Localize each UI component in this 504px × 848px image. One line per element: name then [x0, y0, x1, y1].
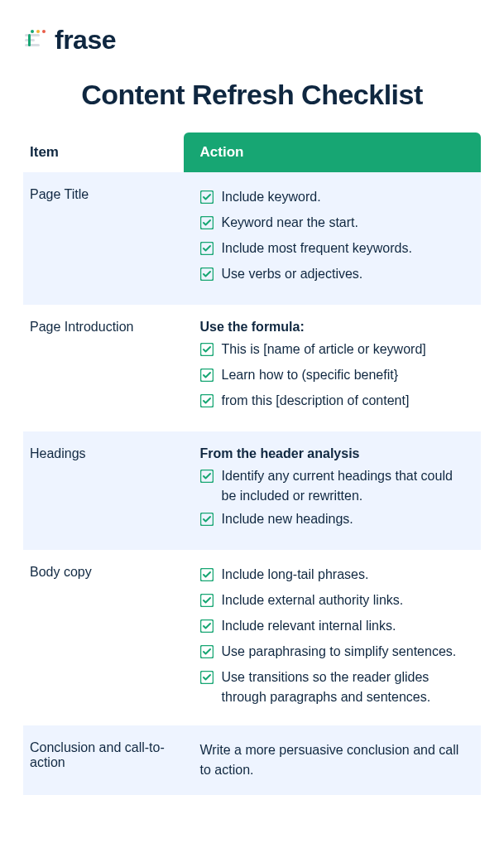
item-cell: Page Introduction	[23, 305, 184, 431]
check-item: Include keyword.	[200, 187, 464, 210]
check-text: Include most frequent keywords.	[222, 238, 412, 258]
check-icon	[200, 590, 214, 613]
svg-rect-0	[25, 34, 40, 36]
svg-point-3	[31, 30, 34, 33]
check-icon	[200, 642, 214, 664]
check-item: Include external authority links.	[200, 590, 464, 613]
check-list: Include keyword.Keyword near the start.I…	[200, 187, 464, 287]
plain-action-text: Write a more persuasive conclusion and c…	[200, 740, 464, 780]
check-text: Identify any current headings that could…	[222, 466, 464, 506]
svg-point-4	[36, 30, 40, 33]
header-action: Action	[184, 132, 481, 172]
check-icon	[200, 238, 214, 261]
action-cell: From the header analysisIdentify any cur…	[184, 431, 481, 550]
check-icon	[200, 365, 214, 388]
check-list: Include long-tail phrases.Include extern…	[200, 565, 464, 707]
item-cell: Body copy	[23, 550, 184, 725]
action-cell: Include keyword.Keyword near the start.I…	[184, 172, 481, 305]
check-icon	[200, 667, 214, 690]
check-text: Include relevant internal links.	[222, 616, 396, 636]
check-icon	[200, 391, 214, 413]
check-text: Include keyword.	[222, 187, 321, 207]
check-text: Use verbs or adjectives.	[222, 264, 363, 284]
table-row: Page IntroductionUse the formula:This is…	[23, 305, 481, 431]
check-item: Identify any current headings that could…	[200, 466, 464, 506]
table-row: Conclusion and call-to-actionWrite a mor…	[23, 725, 481, 795]
check-icon	[200, 466, 214, 489]
checklist-table: Item Action Page TitleInclude keyword.Ke…	[23, 132, 481, 795]
header-item: Item	[23, 132, 184, 172]
table-row: Page TitleInclude keyword.Keyword near t…	[23, 172, 481, 305]
brand-name: frase	[55, 25, 116, 55]
check-item: Use paraphrasing to simplify sentences.	[200, 642, 464, 664]
check-text: Include external authority links.	[222, 590, 404, 610]
check-text: Use paraphrasing to simplify sentences.	[222, 642, 457, 662]
action-cell: Use the formula:This is [name of article…	[184, 305, 481, 431]
action-cell: Write a more persuasive conclusion and c…	[184, 725, 481, 795]
svg-rect-2	[25, 44, 40, 46]
check-text: Keyword near the start.	[222, 213, 358, 233]
table-row: HeadingsFrom the header analysisIdentify…	[23, 431, 481, 550]
item-cell: Conclusion and call-to-action	[23, 725, 184, 795]
check-icon	[200, 213, 214, 235]
check-item: Learn how to (specific benefit}	[200, 365, 464, 388]
check-text: Include new headings.	[222, 509, 353, 529]
check-item: Use transitions so the reader glides thr…	[200, 667, 464, 707]
svg-point-5	[42, 30, 46, 33]
check-text: Include long-tail phrases.	[222, 565, 369, 585]
item-cell: Page Title	[23, 172, 184, 305]
check-icon	[200, 509, 214, 532]
check-list: This is [name of article or keyword]Lear…	[200, 340, 464, 413]
check-icon	[200, 187, 214, 210]
check-text: Learn how to (specific benefit}	[222, 365, 398, 385]
table-row: Body copyInclude long-tail phrases.Inclu…	[23, 550, 481, 725]
check-item: from this [description of content]	[200, 391, 464, 413]
check-text: from this [description of content]	[222, 391, 410, 411]
check-list: Identify any current headings that could…	[200, 466, 464, 532]
check-item: This is [name of article or keyword]	[200, 340, 464, 362]
check-icon	[200, 340, 214, 362]
check-icon	[200, 616, 214, 638]
check-item: Use verbs or adjectives.	[200, 264, 464, 287]
brand-logo: frase	[23, 25, 481, 55]
check-icon	[200, 565, 214, 587]
check-item: Include most frequent keywords.	[200, 238, 464, 261]
svg-rect-6	[28, 34, 31, 46]
item-cell: Headings	[23, 431, 184, 550]
action-subhead: From the header analysis	[200, 446, 464, 461]
check-item: Include relevant internal links.	[200, 616, 464, 638]
check-item: Include long-tail phrases.	[200, 565, 464, 587]
action-subhead: Use the formula:	[200, 320, 464, 335]
check-text: This is [name of article or keyword]	[222, 340, 426, 359]
check-item: Include new headings.	[200, 509, 464, 532]
logo-icon	[23, 29, 46, 52]
action-cell: Include long-tail phrases.Include extern…	[184, 550, 481, 725]
check-text: Use transitions so the reader glides thr…	[222, 667, 464, 707]
page-title: Content Refresh Checklist	[23, 79, 481, 111]
check-icon	[200, 264, 214, 287]
check-item: Keyword near the start.	[200, 213, 464, 235]
